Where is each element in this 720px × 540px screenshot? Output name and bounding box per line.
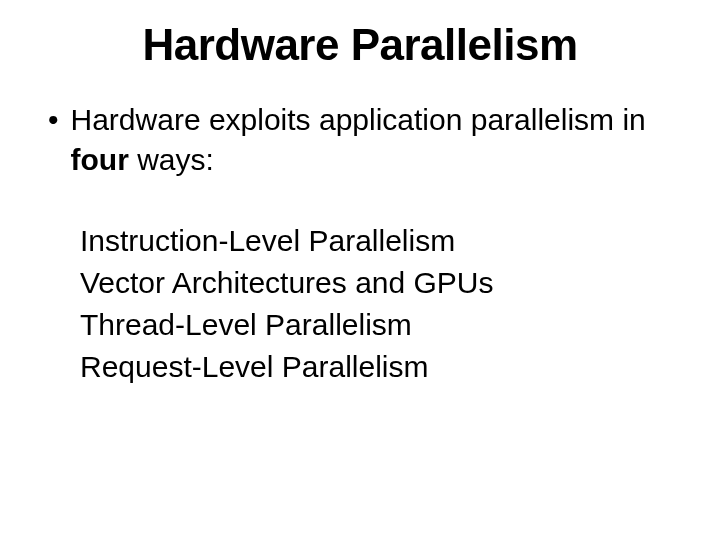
parallelism-list: Instruction-Level Parallelism Vector Arc… [40,220,680,388]
list-item: Thread-Level Parallelism [80,304,680,346]
intro-text: Hardware exploits application parallelis… [71,100,680,180]
slide-title: Hardware Parallelism [40,20,680,70]
bullet-icon: • [48,100,59,140]
intro-bold: four [71,143,129,176]
list-item: Request-Level Parallelism [80,346,680,388]
list-item: Instruction-Level Parallelism [80,220,680,262]
intro-prefix: Hardware exploits application parallelis… [71,103,646,136]
intro-suffix: ways: [129,143,214,176]
list-item: Vector Architectures and GPUs [80,262,680,304]
intro-bullet: • Hardware exploits application parallel… [40,100,680,180]
